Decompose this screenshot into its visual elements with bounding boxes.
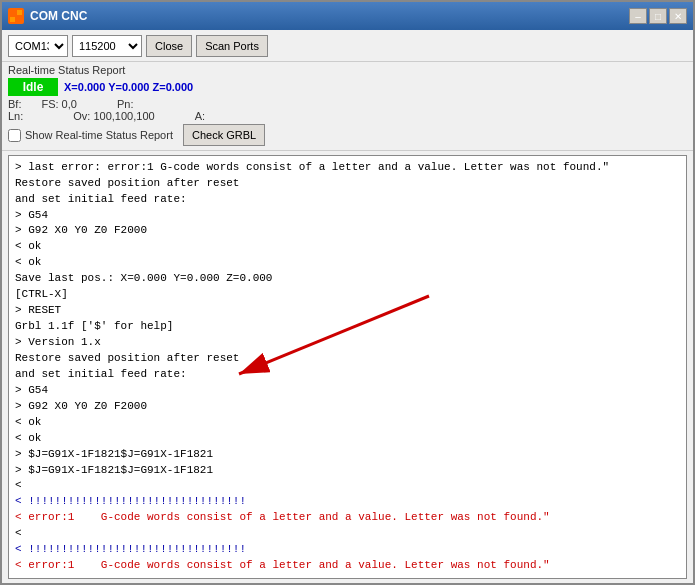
- console-line: < !!!!!!!!!!!!!!!!!!!!!!!!!!!!!!!!!: [15, 494, 680, 510]
- console-line: > G92 X0 Y0 Z0 F2000: [15, 399, 680, 415]
- status-row4: Show Real-time Status Report Check GRBL: [8, 124, 687, 146]
- status-panel-label: Real-time Status Report: [8, 64, 687, 76]
- console-line: and set initial feed rate:: [15, 192, 680, 208]
- console-line: > G54: [15, 208, 680, 224]
- console-line: > G92 X0 Y0 Z0 F2000: [15, 223, 680, 239]
- close-window-button[interactable]: ✕: [669, 8, 687, 24]
- console-line: Grbl 1.1f ['$' for help]: [15, 319, 680, 335]
- minimize-button[interactable]: –: [629, 8, 647, 24]
- svg-rect-0: [10, 10, 15, 15]
- ov-value: Ov: 100,100,100: [73, 110, 154, 122]
- restore-button[interactable]: □: [649, 8, 667, 24]
- com-port-select[interactable]: COM13: [8, 35, 68, 57]
- console-line: < ok: [15, 255, 680, 271]
- title-bar-left: COM CNC: [8, 8, 87, 24]
- console-line: < ok: [15, 431, 680, 447]
- console-line: > last error: error:1 G-code words consi…: [15, 160, 680, 176]
- bf-label: Bf:: [8, 98, 21, 110]
- svg-rect-3: [17, 17, 22, 22]
- console-line: [CTRL-X]: [15, 287, 680, 303]
- console-line: > $J=G91X-1F1821$J=G91X-1F1821: [15, 447, 680, 463]
- console-line: < error:1 G-code words consist of a lett…: [15, 510, 680, 526]
- console-line: Save last pos.: X=0.000 Y=0.000 Z=0.000: [15, 271, 680, 287]
- svg-rect-1: [17, 10, 22, 15]
- check-grbl-button[interactable]: Check GRBL: [183, 124, 265, 146]
- console-line: <: [15, 526, 680, 542]
- window-title: COM CNC: [30, 9, 87, 23]
- status-panel: Real-time Status Report Idle X=0.000 Y=0…: [2, 62, 693, 151]
- show-realtime-label[interactable]: Show Real-time Status Report: [8, 129, 173, 142]
- show-realtime-text: Show Real-time Status Report: [25, 129, 173, 141]
- console-line: > Version 1.x: [15, 335, 680, 351]
- close-button[interactable]: Close: [146, 35, 192, 57]
- pn-label: Pn:: [117, 98, 134, 110]
- main-window: COM CNC – □ ✕ COM13 115200 Close Scan Po…: [0, 0, 695, 585]
- scan-ports-button[interactable]: Scan Ports: [196, 35, 268, 57]
- title-controls: – □ ✕: [629, 8, 687, 24]
- baud-rate-select[interactable]: 115200: [72, 35, 142, 57]
- toolbar: COM13 115200 Close Scan Ports: [2, 30, 693, 62]
- console-line: < error:1 G-code words consist of a lett…: [15, 558, 680, 574]
- console-line: Restore saved position after reset: [15, 176, 680, 192]
- console-line: > G54: [15, 383, 680, 399]
- show-realtime-checkbox[interactable]: [8, 129, 21, 142]
- app-icon: [8, 8, 24, 24]
- console-line: > RESET: [15, 303, 680, 319]
- status-row1: Idle X=0.000 Y=0.000 Z=0.000: [8, 78, 687, 96]
- console-line: < ok: [15, 239, 680, 255]
- fs-value: FS: 0,0: [41, 98, 76, 110]
- console-area: Open COM13[CTRL-X]> RESETGrbl 1.1f ['$' …: [8, 155, 687, 579]
- console-line: Restore saved position after reset: [15, 351, 680, 367]
- console-line: <: [15, 478, 680, 494]
- console-line: < !!!!!!!!!!!!!!!!!!!!!!!!!!!!!!!!!: [15, 542, 680, 558]
- status-row3-data: Ln: Ov: 100,100,100 A:: [8, 110, 687, 122]
- title-bar: COM CNC – □ ✕: [2, 2, 693, 30]
- console-line: < ok: [15, 415, 680, 431]
- svg-rect-2: [10, 17, 15, 22]
- status-state: Idle: [8, 78, 58, 96]
- status-row2: Bf: FS: 0,0 Pn:: [8, 98, 687, 110]
- status-coords: X=0.000 Y=0.000 Z=0.000: [64, 81, 193, 93]
- ln-label: Ln:: [8, 110, 23, 122]
- console-line: and set initial feed rate:: [15, 367, 680, 383]
- console-line: > $J=G91X-1F1821$J=G91X-1F1821: [15, 463, 680, 479]
- a-label: A:: [195, 110, 205, 122]
